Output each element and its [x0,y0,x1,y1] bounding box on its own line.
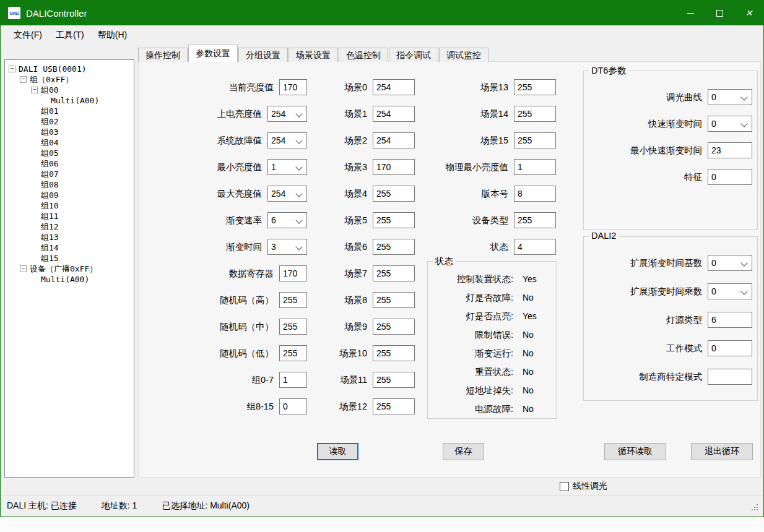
param-input[interactable] [708,312,752,328]
param-input[interactable] [279,372,307,388]
groupbox-title: DALI2 [589,231,619,241]
tree-item[interactable]: 组15 [5,253,134,264]
tree-item[interactable]: DALI USB(0001) [5,64,134,74]
exit-loop-button[interactable]: 退出循环 [691,443,753,460]
scene-input[interactable] [373,319,415,335]
param-input[interactable] [279,265,307,281]
scene-input[interactable] [373,345,415,361]
scene-input[interactable] [373,79,415,95]
scene-input[interactable] [373,159,415,175]
tab[interactable]: 场景设置 [289,48,338,62]
chevron-down-icon [740,93,747,100]
app-window: DALI DALIController 文件(F) 工具(T) 帮助(H) [0,0,764,517]
collapse-icon[interactable] [9,66,15,72]
param-combo[interactable]: 254 [267,106,307,122]
param-input[interactable] [708,169,752,185]
tree-item[interactable]: 设备（广播0xFF） [5,264,134,274]
scene-input[interactable] [373,186,415,202]
tab[interactable]: 参数设置 [188,45,238,62]
scene-input[interactable] [373,265,415,281]
param-label: 上电亮度值 [151,108,267,120]
scene-input[interactable] [373,398,415,414]
tree-item[interactable]: 组08 [5,179,134,190]
param-combo[interactable]: 254 [267,186,307,202]
tree-item[interactable]: 组03 [5,127,134,137]
scene-row: 场景9 255 [306,319,415,335]
collapse-icon[interactable] [20,265,27,272]
tab[interactable]: 色温控制 [339,48,388,62]
param-combo[interactable]: 3 [267,239,307,255]
param-label: 快速渐变时间 [588,118,708,130]
param-combo[interactable]: 0 [708,116,752,132]
param-input[interactable] [514,212,556,228]
combo-value: 0 [711,258,716,268]
param-combo[interactable]: 254 [267,132,307,148]
resize-grip[interactable] [757,509,758,510]
maximize-button[interactable] [705,1,734,25]
param-combo[interactable]: 6 [267,212,307,228]
collapse-icon[interactable] [31,87,38,93]
tree-item[interactable]: 组10 [5,200,134,211]
scene-input[interactable] [373,292,415,308]
tab[interactable]: 操作控制 [138,48,188,62]
param-input[interactable] [514,106,556,122]
tree-item[interactable]: 组00 [5,85,134,95]
param-input[interactable] [708,142,752,158]
scene-input[interactable] [373,132,415,148]
tree-item[interactable]: 组06 [5,158,134,169]
param-input[interactable] [514,79,556,95]
param-input[interactable] [279,319,307,335]
param-combo[interactable]: 0 [708,283,752,299]
tab[interactable]: 分组设置 [238,48,288,62]
scene-input[interactable] [373,372,415,388]
param-input[interactable] [708,340,752,356]
tree-item[interactable]: 组04 [5,137,134,148]
param-combo[interactable]: 0 [708,89,752,105]
param-combo[interactable]: 0 [708,255,752,271]
menu-item[interactable]: 文件(F) [7,27,49,43]
param-row: 灯源类型 6 [588,311,752,328]
tree-item[interactable]: 组05 [5,148,134,158]
tree-item[interactable]: Multi(A00) [5,95,134,106]
tab[interactable]: 指令调试 [389,48,438,62]
minimize-button[interactable] [676,1,705,25]
param-input[interactable] [514,159,556,175]
param-input[interactable] [279,345,307,361]
loop-read-button[interactable]: 循环读取 [604,443,666,460]
tree-item[interactable]: Multi(A00) [5,274,134,285]
scene-input[interactable] [373,212,415,228]
param-combo[interactable]: 1 [267,159,307,175]
param-input[interactable] [279,292,307,308]
linear-dimming-checkbox[interactable]: 线性调光 [560,481,607,492]
param-input[interactable] [514,239,556,255]
status-value: No [513,330,550,340]
param-input[interactable] [514,132,556,148]
status-value: Yes [513,274,550,284]
close-button[interactable] [734,1,763,25]
menu-item[interactable]: 帮助(H) [91,27,134,43]
tree-item[interactable]: 组07 [5,169,134,179]
param-input[interactable] [708,369,752,385]
scene-input[interactable] [373,239,415,255]
collapse-icon[interactable] [20,76,27,83]
checkbox-label: 线性调光 [573,481,607,492]
menu-item[interactable]: 工具(T) [49,27,91,43]
tree-item[interactable]: 组01 [5,106,134,116]
parameter-settings-page: 当前亮度值 170 上电亮度值 254 [138,61,761,478]
scene-input[interactable] [373,106,415,122]
read-button[interactable]: 读取 [317,443,358,460]
tree-item-label: 组05 [41,148,59,159]
tree-item[interactable]: 组09 [5,190,134,200]
param-input[interactable] [279,398,307,414]
tree-item[interactable]: 组（0xFF） [5,74,134,85]
save-button[interactable]: 保存 [443,443,484,460]
tree-item[interactable]: 组14 [5,242,134,253]
param-input[interactable] [514,186,556,202]
tree-item[interactable]: 组12 [5,221,134,232]
tree-item[interactable]: 组11 [5,211,134,221]
param-input[interactable] [279,79,307,95]
tree-item[interactable]: 组13 [5,232,134,242]
param-label: 版本号 [420,188,514,200]
tab[interactable]: 调试监控 [439,48,488,62]
tree-item[interactable]: 组02 [5,116,134,127]
